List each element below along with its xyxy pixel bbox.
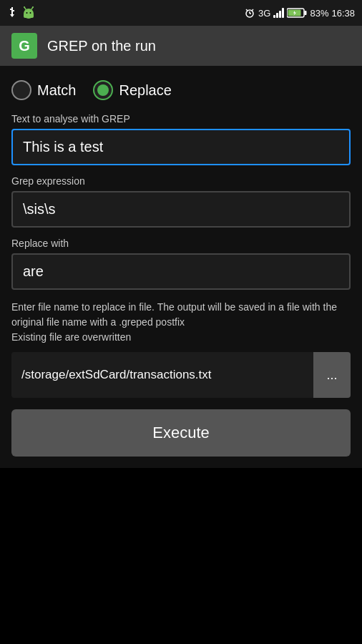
status-bar-right: 3G 83% 16:38 xyxy=(244,7,355,19)
battery-percent: 83% xyxy=(310,8,328,19)
file-row: ... xyxy=(11,352,351,398)
alarm-icon xyxy=(244,7,255,19)
file-browse-button[interactable]: ... xyxy=(313,352,351,398)
execute-button[interactable]: Execute xyxy=(11,409,351,457)
svg-point-8 xyxy=(32,6,34,8)
svg-rect-9 xyxy=(24,14,34,18)
info-text: Enter file name to replace in file. The … xyxy=(11,300,351,345)
replace-radio[interactable] xyxy=(93,80,113,100)
grep-expression-label: Grep expression xyxy=(11,175,351,187)
svg-point-3 xyxy=(26,12,28,14)
app-title: GREP on the run xyxy=(47,38,156,54)
signal-bars xyxy=(273,8,284,18)
app-logo: G xyxy=(11,33,37,59)
battery-icon xyxy=(287,8,307,18)
usb-icon xyxy=(7,6,17,19)
replace-option[interactable]: Replace xyxy=(93,80,171,100)
svg-line-14 xyxy=(252,9,253,11)
main-content: Match Replace Text to analyse with GREP … xyxy=(0,66,362,468)
status-bar-left xyxy=(7,6,36,20)
replace-with-label: Replace with xyxy=(11,238,351,249)
time: 16:38 xyxy=(331,8,355,19)
grep-expression-input[interactable] xyxy=(11,191,351,228)
match-label: Match xyxy=(37,82,76,99)
svg-rect-1 xyxy=(13,10,14,11)
match-radio[interactable] xyxy=(11,80,31,100)
text-analyse-label: Text to analyse with GREP xyxy=(11,113,351,125)
status-bar: 3G 83% 16:38 xyxy=(0,0,362,26)
match-option[interactable]: Match xyxy=(11,80,76,100)
radio-group: Match Replace xyxy=(11,80,351,100)
replace-radio-inner xyxy=(97,84,109,96)
svg-point-7 xyxy=(24,6,25,8)
replace-with-input[interactable] xyxy=(11,253,351,290)
svg-rect-0 xyxy=(10,9,11,10)
network-type: 3G xyxy=(258,8,270,19)
text-analyse-input[interactable] xyxy=(11,129,351,165)
app-bar: G GREP on the run xyxy=(0,26,362,66)
android-icon xyxy=(21,6,36,20)
svg-rect-16 xyxy=(305,11,307,15)
svg-point-4 xyxy=(30,12,31,14)
file-path-input[interactable] xyxy=(11,352,313,398)
replace-label: Replace xyxy=(119,82,171,99)
svg-line-13 xyxy=(246,9,248,11)
